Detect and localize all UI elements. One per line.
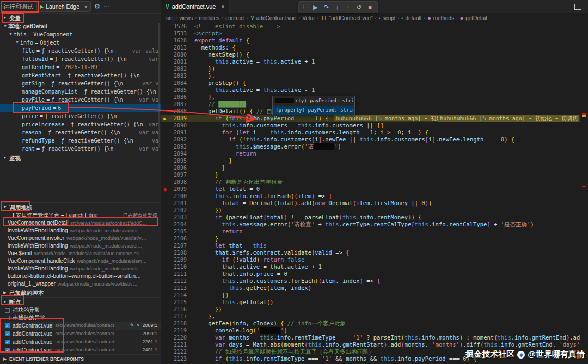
line-number[interactable]: 2116 [169, 306, 187, 313]
glyph-margin[interactable] [161, 30, 169, 37]
breakpoint-row[interactable]: addContract.vuesrc/views/modules/contrac… [0, 338, 161, 346]
line-number[interactable]: 1533 [169, 30, 187, 37]
breakpoint-checkbox[interactable] [5, 348, 10, 353]
line-number[interactable]: 1526 [169, 23, 187, 30]
remove-breakpoint-icon[interactable]: × [137, 322, 139, 330]
line-number[interactable]: 2082 [169, 65, 187, 72]
breakpoint-checkbox[interactable] [5, 323, 10, 328]
glyph-margin[interactable] [161, 94, 169, 101]
code-text[interactable]: return [187, 150, 580, 157]
line-number[interactable]: 2104 [169, 221, 187, 228]
line-number[interactable]: 2118 [169, 320, 187, 327]
glyph-margin[interactable] [161, 143, 169, 150]
breadcrumb-item[interactable]: methods [433, 15, 454, 21]
line-number[interactable]: 2108 [169, 249, 187, 256]
code-text[interactable]: }, [187, 94, 580, 101]
glyph-margin[interactable] [161, 101, 169, 108]
code-line-2092[interactable]: 2092 if (!this.info.customers[i].newFee … [161, 136, 580, 143]
code-line-2108[interactable]: 2108 that.$refs.contract.validate(valid … [161, 249, 580, 256]
chevron-down-icon[interactable]: ▾ [82, 4, 87, 9]
code-text[interactable]: // ████████ [187, 101, 580, 108]
code-text[interactable]: getDetail() { // 自定义获取详情 [187, 108, 580, 115]
line-number[interactable]: 2094 [169, 150, 187, 157]
glyph-margin[interactable] [161, 136, 169, 143]
code-line-2088[interactable]: 2088 getDetail() { // 自定义获取详情 [161, 108, 580, 115]
line-number[interactable]: 2081 [169, 58, 187, 65]
variable-row-payPeriod[interactable]: payPeriod=6 [0, 104, 161, 112]
code-text[interactable]: var days = Math.abs(moment(this.info.gmt… [187, 341, 580, 348]
line-number[interactable]: 2105 [169, 228, 187, 235]
code-line-2117[interactable]: 2117 }, [161, 313, 580, 320]
code-text[interactable]: methods: { [187, 44, 580, 51]
code-line-2081[interactable]: 2081 this.active = this.active + 1 [161, 58, 580, 65]
code-text[interactable]: let that = this [187, 242, 580, 249]
line-number[interactable]: 2085 [169, 87, 187, 94]
code-text[interactable]: } [187, 235, 580, 242]
glyph-margin[interactable] [161, 79, 169, 87]
glyph-margin[interactable] [161, 200, 169, 207]
code-line-2115[interactable]: 2115 this.getTotal() [161, 299, 580, 306]
code-line-2099[interactable]: ●2099 let total = 0 [161, 186, 580, 193]
code-line-2095[interactable]: 2095 } [161, 157, 580, 164]
code-line-2085[interactable]: 2085 this.active = this.active - 1 [161, 87, 580, 94]
glyph-margin[interactable] [161, 256, 169, 263]
code-line-2118[interactable]: 2118 getFee(info, cIndex) { // info一个客户对… [161, 320, 580, 327]
split-editor-icon[interactable] [574, 4, 581, 10]
more-actions-icon[interactable]: ⋯ [103, 3, 110, 10]
code-line-2120[interactable]: 2120 var months = this.info.rentTimeType… [161, 334, 580, 341]
line-number[interactable]: 2115 [169, 299, 187, 306]
glyph-margin[interactable] [161, 235, 169, 242]
line-number[interactable]: 2090 [169, 122, 187, 129]
glyph-margin[interactable] [161, 207, 169, 214]
code-line-2110[interactable]: 2110 that.active = that.active + 1 [161, 263, 580, 270]
section-watch-header[interactable]: ▼ 监视 [0, 153, 161, 162]
code-text[interactable]: }) [187, 292, 580, 299]
variable-row-refundType[interactable]: refundType=ƒ reactiveGetter() {\nva [0, 137, 161, 145]
glyph-margin[interactable] [161, 108, 169, 115]
code-text[interactable]: <script> [187, 30, 580, 37]
glyph-margin[interactable] [161, 228, 169, 235]
code-line-2093[interactable]: 2093 this.$message.error('请██████') [161, 143, 580, 150]
code-text[interactable]: } [187, 164, 580, 171]
code-text[interactable]: that.info.price = 0 [187, 270, 580, 277]
glyph-margin[interactable] [161, 87, 169, 94]
breadcrumb-item[interactable]: default [405, 15, 421, 21]
code-line-2112[interactable]: 2112 this.info.customers.forEach((item, … [161, 277, 580, 285]
line-number[interactable]: 2111 [169, 270, 187, 277]
line-number[interactable]: 2114 [169, 292, 187, 299]
line-number[interactable]: 2084 [169, 79, 187, 87]
continue-icon[interactable]: ▶ [310, 4, 321, 11]
code-text[interactable]: // 判断是否超出首年租金 [187, 178, 580, 186]
code-text[interactable]: preStep() { [187, 79, 580, 87]
callstack-session-row[interactable]: 安居资产管理平台 = Launch Edge已在断点处暂停 [0, 212, 161, 219]
glyph-margin[interactable] [161, 221, 169, 228]
breakpoint-checkbox[interactable] [5, 316, 10, 320]
glyph-margin[interactable] [161, 214, 169, 221]
code-line-2107[interactable]: 2107 let that = this [161, 242, 580, 249]
breakpoint-row[interactable]: addContract.vuesrc/views/modules/contrac… [0, 322, 161, 330]
code-text[interactable]: if (parseFloat(total) !== parseFloat(thi… [187, 214, 580, 221]
current-line-indicator[interactable]: ▶ [161, 115, 169, 122]
glyph-margin[interactable] [161, 157, 169, 164]
line-number[interactable]: 2095 [169, 157, 187, 164]
line-number[interactable]: 2080 [169, 51, 187, 58]
variable-row-payFile[interactable]: payFile=ƒ reactiveGetter() {\nvar va [0, 96, 161, 104]
line-number[interactable]: 2098 [169, 178, 187, 186]
line-number[interactable]: 2092 [169, 136, 187, 143]
variable-row-gmtSign[interactable]: gmtSign=ƒ reactiveGetter() {\nvar v [0, 79, 161, 88]
line-number[interactable]: 2121 [169, 341, 187, 348]
code-text[interactable]: for (let i = this.info.customers.length … [187, 129, 580, 136]
glyph-margin[interactable] [161, 37, 169, 44]
code-line-2098[interactable]: 2098 // 判断是否超出首年租金 [161, 178, 580, 186]
code-line-1533[interactable]: 1533<script> [161, 30, 580, 37]
code-text[interactable]: }, [187, 313, 580, 320]
code-line-2102[interactable]: 2102 }) [161, 207, 580, 214]
glyph-margin[interactable] [161, 171, 169, 178]
breadcrumb-item[interactable]: addContract.vue [256, 15, 296, 21]
breakpoint-row[interactable]: addContract.vuesrc/views/modules/contrac… [0, 330, 161, 338]
variable-row[interactable]: ▼info=Object [0, 39, 161, 47]
callstack-frame[interactable]: original_1._wrapperwebpack/node_modules/… [0, 280, 161, 288]
code-text[interactable]: if (this.info.payPeriod === -1) {huhuhuh… [187, 115, 580, 122]
breakpoint-checkbox[interactable] [5, 331, 10, 336]
variable-row[interactable]: ▼this=VueComponent [0, 30, 161, 39]
